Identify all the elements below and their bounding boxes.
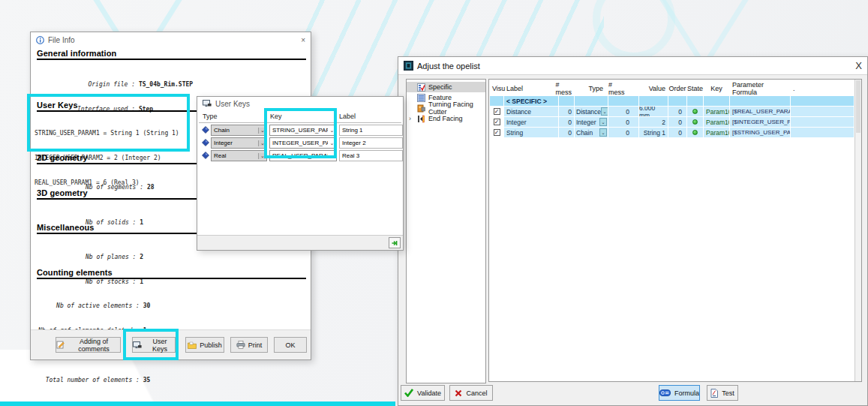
table-row-integer[interactable]: ✓ Integer 0 Integer⌄ 0 2 0 Param102 [$IN… (490, 117, 854, 127)
visu-checkbox[interactable]: ✓ (494, 129, 500, 136)
check-icon: ✓ (494, 130, 500, 136)
type-dropdown[interactable]: Chain⌄ (575, 128, 608, 137)
user-key-row: Integer⌄ INTEGER_USER_PARAM2⌄ Integer 2 (199, 137, 403, 149)
chevron-down-icon[interactable]: ⌄ (328, 128, 336, 134)
column-type: Type (199, 111, 266, 123)
table-row-string[interactable]: ✓ String 0 Chain⌄ 0 String 1 0 Param103 … (490, 128, 854, 137)
active-elements-label: Nb of active elements : (38, 302, 143, 309)
key-diamond-icon (202, 139, 209, 146)
header-mess1[interactable]: # mess (559, 81, 574, 96)
label-input[interactable]: String 1 (339, 125, 403, 136)
cell-key: Param101 (704, 107, 729, 116)
background-circle (593, 0, 675, 60)
cell-formula[interactable]: [$INTEGER_USER_PARAM4] (730, 117, 790, 127)
user-key-line: STRING_USER_PARAM1 = String 1 (String 1) (35, 129, 179, 137)
dialog-title: Adjust the opelist (417, 62, 480, 71)
cell-mess1: 0 (559, 128, 574, 137)
cell-mess2: 0 (608, 117, 638, 127)
cell-order: 0 (668, 128, 686, 137)
label-input[interactable]: Real 3 (339, 150, 403, 161)
label-input[interactable]: Integer 2 (339, 137, 403, 149)
key-select[interactable]: REAL_USER_PARAM1⌄ (269, 150, 337, 161)
section-heading-general: General information (37, 49, 306, 60)
chevron-down-icon[interactable]: ⌄ (599, 118, 607, 126)
header-visu[interactable]: Visu (490, 85, 503, 92)
formula-button[interactable]: Formula (659, 385, 700, 401)
type-dropdown[interactable]: Integer⌄ (575, 118, 608, 126)
green-arrow-icon (392, 240, 398, 246)
header-parameter-formula[interactable]: Parameter Formula (730, 81, 790, 96)
tree-item-end-facing[interactable]: › End Facing (407, 113, 485, 124)
cell-label: Integer (504, 117, 558, 127)
ok-button[interactable]: OK (274, 337, 307, 353)
cutter-icon (417, 104, 425, 113)
key-select[interactable]: STRING_USER_PARAM1⌄ (269, 125, 337, 136)
user-keys-button[interactable]: User Keys (132, 337, 176, 353)
total-elements-value: 35 (143, 377, 151, 383)
test-button[interactable]: Test (707, 385, 738, 401)
type-value: Chain (575, 129, 599, 137)
specific-icon (417, 83, 425, 92)
header-state[interactable]: State (687, 85, 703, 92)
chevron-down-icon[interactable]: ⌄ (258, 153, 266, 159)
chevron-down-icon[interactable]: ⌄ (599, 128, 607, 137)
header-key[interactable]: Key (704, 85, 729, 92)
expander-icon[interactable]: › (409, 116, 411, 122)
add-key-button[interactable] (389, 237, 401, 248)
key-diamond-icon (202, 152, 209, 159)
button-label: Test (722, 389, 734, 397)
visu-checkbox[interactable]: ✓ (494, 119, 500, 125)
scrollbar-thumb[interactable] (856, 80, 860, 133)
button-label: Formula (674, 389, 699, 397)
cell-order: 0 (668, 107, 686, 116)
type-dropdown[interactable]: Distance⌄ (575, 107, 608, 116)
header-mess2[interactable]: # mess (608, 81, 638, 96)
close-icon[interactable]: X (855, 60, 862, 71)
chevron-down-icon[interactable]: ⌄ (328, 140, 336, 146)
header-type[interactable]: Type (575, 85, 608, 92)
header-label[interactable]: Label (504, 85, 558, 92)
user-key-row: Real⌄ REAL_USER_PARAM1⌄ Real 3 (199, 150, 403, 161)
chevron-down-icon[interactable]: ⌄ (258, 140, 266, 146)
vertical-scrollbar[interactable] (854, 80, 861, 381)
cancel-button[interactable]: Cancel (449, 385, 493, 401)
check-icon: ✓ (494, 109, 500, 115)
cell-formula[interactable]: [$STRING_USER_PARAM5] (730, 128, 790, 137)
header-order[interactable]: Order (668, 85, 686, 92)
stocks-label: Nb of stocks : (86, 278, 140, 285)
group-row-specific[interactable]: < SPECIFIC > (490, 96, 854, 106)
active-elements-value: 30 (143, 302, 151, 309)
close-icon[interactable]: × (301, 36, 305, 44)
opelist-icon (404, 61, 413, 71)
file-info-button-bar: Adding of comments User Keys Publish Pri… (31, 329, 311, 359)
tree-item-specific[interactable]: Specific (407, 82, 485, 92)
type-select[interactable]: Real⌄ (211, 150, 267, 161)
table-row-distance[interactable]: ✓ Distance 0 Distance⌄ 0 6.000 mm 0 Para… (490, 107, 854, 116)
key-select[interactable]: INTEGER_USER_PARAM2⌄ (269, 137, 337, 149)
button-label: Validate (417, 389, 441, 397)
cell-mess1: 0 (559, 107, 574, 116)
user-keys-dialog: User Keys Type Key Label Chain⌄ STRING_U… (197, 96, 404, 251)
header-value[interactable]: Value (639, 85, 668, 92)
end-facing-icon (417, 115, 425, 123)
visu-checkbox[interactable]: ✓ (494, 108, 500, 115)
cell-mess2: 0 (608, 128, 638, 137)
print-icon (236, 341, 245, 349)
chevron-down-icon[interactable]: ⌄ (601, 107, 608, 116)
header-extra: . (791, 85, 854, 92)
state-ok-icon (692, 109, 698, 114)
chevron-down-icon[interactable]: ⌄ (258, 128, 266, 134)
chevron-down-icon[interactable]: ⌄ (328, 153, 336, 159)
cell-mess2: 0 (608, 107, 638, 116)
tree-item-turning-facing-cutter[interactable]: Turning Facing Cutter (407, 103, 485, 113)
publish-button[interactable]: Publish (185, 337, 224, 353)
type-select[interactable]: Chain⌄ (211, 125, 267, 136)
cell-formula[interactable]: [$REAL_USER_PARAM2] (730, 107, 790, 116)
type-value: Integer (575, 119, 599, 126)
validate-check-icon (404, 389, 413, 397)
state-ok-icon (692, 130, 698, 135)
adding-comments-button[interactable]: Adding of comments (56, 337, 121, 353)
print-button[interactable]: Print (230, 337, 268, 353)
validate-button[interactable]: Validate (401, 385, 445, 401)
type-select[interactable]: Integer⌄ (211, 137, 267, 149)
